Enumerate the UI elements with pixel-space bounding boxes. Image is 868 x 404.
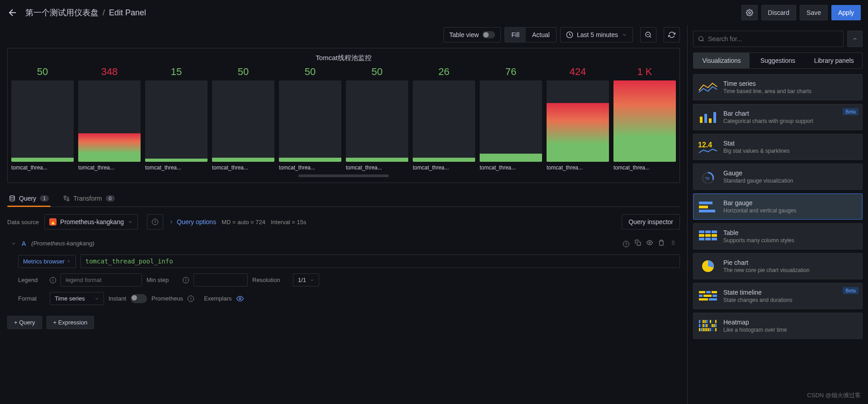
bar-label: tomcat_threa... xyxy=(613,164,676,171)
tab-suggestions[interactable]: Suggestions xyxy=(750,53,806,68)
chevron-down-icon xyxy=(127,219,133,225)
instant-toggle[interactable] xyxy=(131,294,147,303)
resolution-select[interactable]: 1/1 xyxy=(293,273,319,287)
svg-rect-62 xyxy=(713,324,715,327)
bar-track xyxy=(613,80,676,162)
refresh-button[interactable] xyxy=(664,27,680,42)
tab-query[interactable]: Query 1 xyxy=(7,190,51,207)
format-label: Format xyxy=(18,295,45,302)
trash-icon[interactable] xyxy=(658,240,665,247)
tab-visualizations[interactable]: Visualizations xyxy=(693,53,750,68)
tab-transform[interactable]: Transform 0 xyxy=(61,190,116,207)
eye-icon[interactable] xyxy=(646,240,653,247)
viz-icon xyxy=(698,258,718,274)
drag-handle-icon[interactable] xyxy=(670,240,676,247)
help-icon[interactable]: ? xyxy=(623,240,629,247)
viz-item-stat[interactable]: 12.4 Stat Big stat values & sparklines xyxy=(693,134,863,160)
viz-search-input[interactable] xyxy=(708,35,839,42)
save-button[interactable]: Save xyxy=(800,5,828,20)
prometheus-label: Prometheus xyxy=(151,295,183,302)
bar-track xyxy=(145,80,208,162)
chevron-down-icon[interactable] xyxy=(11,241,16,246)
viz-icon: 79 xyxy=(698,169,718,185)
actual-button[interactable]: Actual xyxy=(526,28,556,42)
svg-point-0 xyxy=(749,12,750,14)
apply-button[interactable]: Apply xyxy=(831,5,861,20)
bar-fill xyxy=(480,154,542,162)
svg-rect-28 xyxy=(712,230,717,233)
bar-fill xyxy=(212,158,274,162)
settings-button[interactable] xyxy=(741,5,758,20)
scrollbar-indicator[interactable] xyxy=(298,174,389,177)
svg-rect-67 xyxy=(704,328,706,331)
viz-item-bar-gauge[interactable]: Bar gauge Horizontal and vertical gauges xyxy=(693,193,863,220)
copy-icon[interactable] xyxy=(635,240,641,247)
exemplars-label: Exemplars xyxy=(204,295,231,302)
beta-badge: Beta xyxy=(843,108,859,115)
svg-point-7 xyxy=(649,242,651,244)
viz-icon xyxy=(698,198,718,215)
svg-rect-39 xyxy=(699,295,703,297)
svg-rect-40 xyxy=(703,295,712,297)
exemplars-eye-icon[interactable] xyxy=(236,295,244,302)
table-view-toggle[interactable]: Table view xyxy=(443,27,501,42)
svg-rect-38 xyxy=(712,291,717,293)
bar-value: 15 xyxy=(171,66,182,78)
bar-gauge-item: 76 tomcat_threa... xyxy=(480,66,542,171)
info-icon[interactable]: i xyxy=(50,277,56,283)
viz-item-bar-chart[interactable]: Bar chart Categorical charts with group … xyxy=(693,104,863,130)
query-inspector-button[interactable]: Query inspector xyxy=(622,214,680,230)
dashboard-name[interactable]: 第一个测试用仪表盘 xyxy=(25,8,99,17)
viz-search-box[interactable] xyxy=(693,31,844,47)
viz-item-table[interactable]: Table Supports many column styles xyxy=(693,223,863,249)
collapse-sidebar-button[interactable] xyxy=(847,31,863,47)
datasource-picker[interactable]: 🔥 Prometheus-kangkang xyxy=(44,214,138,230)
bar-track xyxy=(11,80,74,162)
metrics-browser-button[interactable]: Metrics browser xyxy=(18,255,76,268)
query-options-toggle[interactable]: Query options xyxy=(169,218,216,225)
toggle-switch[interactable] xyxy=(482,31,495,38)
svg-point-9 xyxy=(674,241,675,242)
svg-point-13 xyxy=(674,244,675,245)
bar-value: 76 xyxy=(505,66,516,78)
bar-value: 26 xyxy=(439,66,449,78)
fill-button[interactable]: Fill xyxy=(505,28,526,42)
back-button[interactable] xyxy=(7,7,18,18)
viz-icon: 12.4 xyxy=(698,139,718,155)
viz-name: Table xyxy=(723,229,858,236)
viz-name: Bar chart xyxy=(723,110,858,117)
svg-rect-25 xyxy=(699,210,715,212)
legend-input[interactable] xyxy=(61,273,142,287)
zoom-out-button[interactable] xyxy=(640,27,656,42)
viz-desc: State changes and durations xyxy=(723,297,858,303)
resolution-label: Resolution xyxy=(252,277,288,283)
transform-icon xyxy=(63,195,70,202)
svg-rect-71 xyxy=(712,328,713,331)
svg-rect-29 xyxy=(699,234,704,237)
add-query-button[interactable]: + Query xyxy=(7,316,42,329)
svg-rect-43 xyxy=(709,298,717,301)
bar-label: tomcat_threa... xyxy=(11,164,74,171)
viz-item-state-timeline[interactable]: State timeline State changes and duratio… xyxy=(693,283,863,309)
format-select[interactable]: Time series xyxy=(50,292,104,305)
query-options-label: Query options xyxy=(177,218,216,225)
add-expression-button[interactable]: + Expression xyxy=(47,316,94,329)
query-letter[interactable]: A xyxy=(22,240,26,247)
time-range-picker[interactable]: Last 5 minutes xyxy=(560,27,633,42)
datasource-help-button[interactable]: ? xyxy=(147,214,163,230)
viz-item-time-series[interactable]: Time series Time based line, area and ba… xyxy=(693,74,863,100)
bar-label: tomcat_threa... xyxy=(279,164,341,171)
metric-expression-input[interactable]: tomcat_thread_pool_info xyxy=(80,254,680,268)
info-icon[interactable]: i xyxy=(183,277,189,283)
svg-rect-72 xyxy=(713,328,715,331)
viz-item-heatmap[interactable]: Heatmap Like a histogram over time xyxy=(693,313,863,339)
info-icon[interactable]: i xyxy=(188,296,194,302)
table-view-label: Table view xyxy=(449,31,479,38)
minstep-input[interactable] xyxy=(193,273,248,287)
discard-button[interactable]: Discard xyxy=(761,5,796,20)
tab-library-panels[interactable]: Library panels xyxy=(806,53,862,68)
bar-gauge-item: 26 tomcat_threa... xyxy=(413,66,475,171)
viz-item-pie-chart[interactable]: Pie chart The new core pie chart visuali… xyxy=(693,253,863,279)
bar-gauge-item: 50 tomcat_threa... xyxy=(212,66,274,171)
viz-item-gauge[interactable]: 79 Gauge Standard gauge visualization xyxy=(693,164,863,190)
